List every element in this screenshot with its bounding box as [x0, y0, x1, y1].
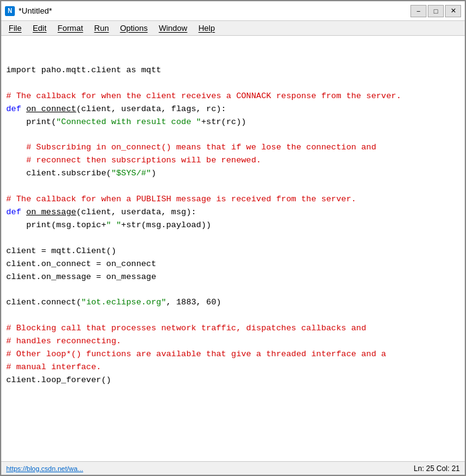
code-token: , 1883, 60)	[166, 298, 221, 307]
editor-line: import paho.mqtt.client as mqtt	[6, 64, 460, 77]
code-token: def	[6, 207, 26, 217]
comment-text: # The callback for when the client recei…	[6, 91, 401, 101]
editor-content[interactable]: import paho.mqtt.client as mqtt # The ca…	[1, 36, 465, 461]
editor-line: # handles reconnecting.	[6, 335, 460, 348]
editor-line: # The callback for when a PUBLISH messag…	[6, 193, 460, 206]
comment-text: # manual interface.	[6, 362, 101, 372]
app-icon: N	[5, 6, 15, 16]
title-text: *Untitled*	[19, 6, 52, 15]
status-bar: https://blog.csdn.net/wa... Ln: 25 Col: …	[1, 461, 465, 475]
title-bar-left: N *Untitled*	[5, 6, 52, 16]
code-token: "Connected with result code "	[56, 117, 201, 127]
maximize-button[interactable]: □	[428, 5, 444, 17]
code-token: +str(rc))	[201, 117, 246, 127]
menu-item-file[interactable]: File	[4, 22, 27, 34]
menu-item-help[interactable]: Help	[193, 22, 220, 34]
editor-line: client.subscribe("$SYS/#")	[6, 167, 460, 180]
editor-line: # Subscribing in on_connect() means that…	[6, 141, 460, 154]
editor-wrapper: import paho.mqtt.client as mqtt # The ca…	[1, 36, 465, 461]
code-token: "iot.eclipse.org"	[81, 298, 167, 307]
code-token: client.connect(	[6, 298, 81, 307]
editor-line	[6, 284, 460, 297]
editor-line: # Other loop*() functions are available …	[6, 348, 460, 361]
editor-line: # reconnect then subscriptions will be r…	[6, 154, 460, 167]
editor-line	[6, 77, 460, 90]
editor-line	[6, 232, 460, 245]
title-bar-controls: − □ ✕	[410, 5, 461, 17]
status-position: Ln: 25 Col: 21	[414, 464, 460, 473]
close-button[interactable]: ✕	[445, 5, 461, 17]
editor-line: # The callback for when the client recei…	[6, 90, 460, 103]
title-bar: N *Untitled* − □ ✕	[1, 1, 465, 21]
editor-line: # manual interface.	[6, 361, 460, 374]
code-token: def	[6, 104, 26, 114]
editor-line: client = mqtt.Client()	[6, 245, 460, 258]
code-token: +str(msg.payload))	[121, 220, 211, 230]
code-token: on_connect	[26, 104, 76, 114]
editor-line	[6, 180, 460, 193]
editor-line: # Blocking call that processes network t…	[6, 322, 460, 335]
code-token: client.subscribe(	[6, 169, 111, 178]
code-token: on_message	[26, 207, 76, 217]
comment-text: # reconnect then subscriptions will be r…	[6, 156, 261, 165]
editor-line: print(msg.topic+" "+str(msg.payload))	[6, 219, 460, 232]
code-token: )	[151, 169, 156, 178]
editor-line	[6, 128, 460, 141]
editor-line: client.connect("iot.eclipse.org", 1883, …	[6, 296, 460, 309]
code-token: " "	[106, 220, 121, 230]
comment-text: # The callback for when a PUBLISH messag…	[6, 194, 356, 204]
comment-text: # handles reconnecting.	[6, 336, 121, 346]
editor-line: def on_connect(client, userdata, flags, …	[6, 103, 460, 116]
editor-line: print("Connected with result code "+str(…	[6, 116, 460, 129]
editor-line	[6, 309, 460, 322]
menu-bar: FileEditFormatRunOptionsWindowHelp	[1, 21, 465, 36]
editor-line: client.on_message = on_message	[6, 271, 460, 284]
editor-line: def on_message(client, userdata, msg):	[6, 206, 460, 219]
comment-text: # Blocking call that processes network t…	[6, 324, 366, 333]
editor-line: client.on_connect = on_connect	[6, 258, 460, 271]
code-token: print(msg.topic+	[6, 220, 106, 230]
comment-text: # Subscribing in on_connect() means that…	[6, 143, 377, 152]
status-url[interactable]: https://blog.csdn.net/wa...	[6, 465, 83, 472]
menu-item-format[interactable]: Format	[52, 22, 88, 34]
menu-item-window[interactable]: Window	[154, 22, 192, 34]
code-token: print(	[6, 117, 56, 127]
code-token: (client, userdata, flags, rc):	[76, 104, 226, 114]
menu-item-options[interactable]: Options	[115, 22, 152, 34]
code-token: (client, userdata, msg):	[76, 207, 196, 217]
menu-item-run[interactable]: Run	[89, 22, 114, 34]
code-token: "$SYS/#"	[111, 169, 151, 178]
minimize-button[interactable]: −	[410, 5, 426, 17]
comment-text: # Other loop*() functions are available …	[6, 349, 386, 359]
menu-item-edit[interactable]: Edit	[28, 22, 51, 34]
editor-line: client.loop_forever()	[6, 374, 460, 387]
